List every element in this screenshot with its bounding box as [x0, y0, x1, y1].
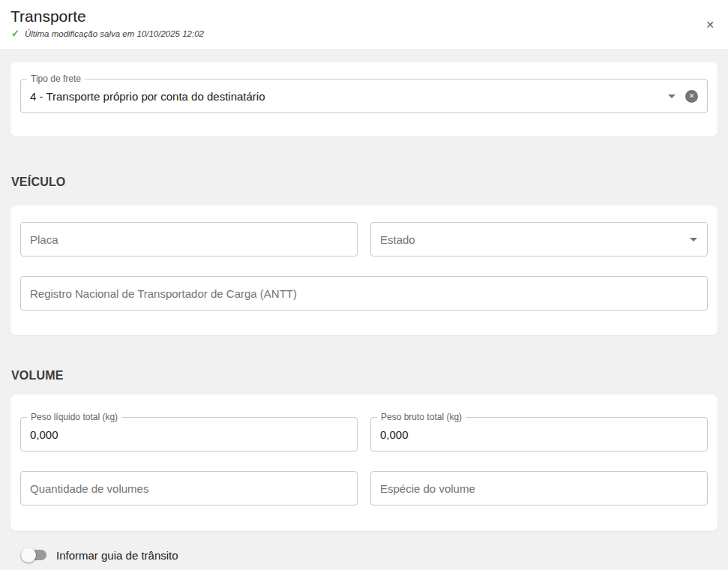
antt-input[interactable]: [30, 287, 698, 300]
peso-bruto-field: Peso bruto total (kg): [370, 417, 708, 452]
peso-liquido-label: Peso líquido total (kg): [27, 412, 121, 422]
quantidade-field: [20, 471, 358, 506]
quantidade-input[interactable]: [30, 482, 348, 495]
peso-liquido-field: Peso líquido total (kg): [20, 417, 358, 452]
transit-toggle[interactable]: [21, 548, 46, 562]
page-title: Transporte: [10, 7, 718, 26]
placa-field: [20, 222, 358, 256]
freight-type-value: 4 - Transporte próprio por conta do dest…: [30, 90, 662, 103]
placa-input[interactable]: [30, 233, 348, 246]
volume-section-heading: VOLUME: [11, 369, 718, 382]
chevron-down-icon[interactable]: [668, 94, 676, 98]
vehicle-section-heading: VEÍCULO: [11, 176, 718, 189]
transit-toggle-row[interactable]: Informar guia de trânsito: [21, 548, 718, 562]
toggle-thumb: [21, 548, 36, 562]
dialog-header: Transporte ✓ Última modificação salva em…: [0, 0, 728, 50]
vehicle-card: [10, 206, 718, 335]
freight-card: Tipo de frete 4 - Transporte próprio por…: [10, 62, 718, 136]
volume-row-2: [20, 471, 708, 506]
peso-liquido-input[interactable]: [30, 428, 348, 441]
check-icon: ✓: [11, 28, 19, 38]
peso-bruto-input[interactable]: [380, 428, 698, 441]
freight-type-select[interactable]: Tipo de frete 4 - Transporte próprio por…: [20, 79, 708, 113]
transport-form: Tipo de frete 4 - Transporte próprio por…: [0, 50, 728, 562]
especie-input[interactable]: [380, 482, 698, 495]
vehicle-row-1: [20, 222, 708, 256]
save-status-text: Última modificação salva em 10/10/2025 1…: [25, 29, 204, 38]
volume-row-1: Peso líquido total (kg) Peso bruto total…: [20, 417, 708, 452]
especie-field: [370, 471, 708, 506]
estado-input[interactable]: [380, 233, 698, 246]
freight-type-controls: ✕: [668, 90, 698, 103]
clear-icon[interactable]: ✕: [685, 90, 698, 103]
vehicle-row-2: [20, 276, 708, 310]
antt-field: [20, 276, 708, 310]
transit-toggle-label: Informar guia de trânsito: [56, 549, 178, 562]
close-icon[interactable]: ✕: [704, 18, 716, 32]
volume-card: Peso líquido total (kg) Peso bruto total…: [10, 394, 718, 531]
peso-bruto-label: Peso bruto total (kg): [377, 412, 466, 422]
estado-select[interactable]: [370, 222, 708, 256]
chevron-down-icon: [690, 238, 697, 242]
freight-type-label: Tipo de frete: [27, 74, 85, 84]
save-status: ✓ Última modificação salva em 10/10/2025…: [10, 28, 718, 38]
